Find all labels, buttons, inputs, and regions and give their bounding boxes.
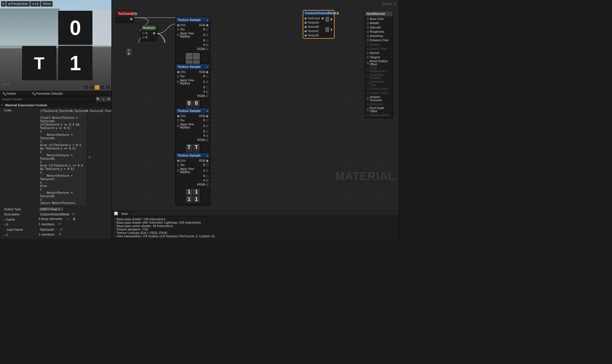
lock-icon: 🔒 [336,12,339,14]
show-button[interactable]: Show [41,1,53,7]
vp-option-4[interactable] [100,85,105,90]
output-pin-label: Emissive Color [370,39,389,42]
description-input[interactable]: CustomTextureBlend [39,212,70,217]
output-pin-label: Subsurface Color [370,80,391,86]
code-textarea[interactable]: //TexCoord,TextureA,TextureB,TextureC,Te… [39,108,87,206]
param-defaults-tab[interactable]: 🔧Parameter Defaults [30,91,65,96]
vp-option-2[interactable] [89,85,94,90]
vp-option-3[interactable] [95,85,99,90]
custom-preview: 01 [325,17,333,37]
lit-button[interactable]: ● Lit [30,1,40,7]
output-pin-label: Shading Model [370,114,389,117]
stats-tab[interactable]: 📊 Stats [112,211,130,216]
filter-icon[interactable]: ≡ [101,97,106,101]
stats-line: Texture samplers: 7/16 [115,228,396,231]
output-type-dropdown[interactable]: CMOT Float 3 [39,207,64,211]
zoom-label: Zoom -1 [382,2,396,6]
cube-0: 0 [58,11,92,45]
input-name-label: Input Name [0,238,39,239]
input-name-label: Input Name [0,227,39,232]
details-panel: ▾Material Expression Custom Code //TexCo… [0,102,111,239]
reset-icon[interactable]: ↺ [60,238,62,239]
stats-line: Base pass shader with Volumetric Lightma… [115,221,396,224]
inputs-count: 5 Array elements [39,217,62,221]
output-pin-label: World Displacement [370,66,391,73]
chevron-down-icon[interactable]: ▾ [136,13,138,15]
output-pin-label: Ambient Occlusion [370,95,391,102]
search-input[interactable] [1,97,96,102]
material-watermark: MATERIAL [336,170,395,182]
texture-sample-node-0[interactable]: Texture Sample▴ UVsRGB TexR Apply View M… [176,17,210,70]
stats-line: Texture Lookups (Est.): VS(0), PS(4) [115,231,396,234]
inputs-label: ▾Inputs [0,217,39,222]
output-pin-label: Opacity Mask [370,47,387,50]
perspective-button[interactable]: ◆ Perspective [6,1,30,7]
output-pin-label: World Position Offset [370,60,391,66]
cube-1: 1 [58,46,92,80]
output-pin-label: Custom Data 1 [370,91,389,95]
custom-texture-blend-node[interactable]: CustomTextureBlend🔒 TexCoord TextureA Te… [303,10,334,38]
clear-inputs-icon[interactable]: 🗑 [73,217,76,221]
reset-code-icon[interactable]: ↺ [88,155,91,159]
output-type-label: Output Type [0,207,39,211]
texture-sample-node-3[interactable]: Texture Sample▴ UVsRGB TexR Apply View M… [176,153,210,205]
input-name-field[interactable]: TexCoord [39,227,59,232]
stats-icon: 📊 [114,212,118,215]
constant-node[interactable]: 2▾ [125,48,133,56]
output-pin-label: Anisotropy [370,34,383,38]
output-pin-label: Tessellation Multiplier [370,73,391,80]
eye-icon[interactable]: 👁 [106,97,111,101]
viewport-menu-dropdown[interactable]: ▾ [1,1,6,7]
search-icon[interactable]: 🔍 [96,97,101,101]
output-pin-label: Pixel Depth Offset [370,107,391,113]
reset-desc-icon[interactable]: ↺ [72,213,74,216]
axis-gizmo: zy—x [3,79,9,86]
output-pin-label: Roughness [370,30,384,33]
right-dock-sliver[interactable] [399,0,401,239]
stats-panel: 📊 Stats Base pass shader: 130 instructio… [112,211,399,239]
output-pin-label: Normal [370,51,379,55]
params-icon: 🔧 [32,92,35,95]
material-output-node[interactable]: NewMaterial Base ColorMetallicSpecularRo… [365,11,393,118]
vp-option-5[interactable] [105,85,110,90]
output-pin-label: Base Color [370,17,384,20]
texcoord-node[interactable]: TexCoord[0]▾ [116,11,134,22]
vp-option-1[interactable] [84,85,89,90]
code-label: Code [0,108,39,113]
viewport-scene: 0 1 T zy—x [0,0,111,91]
reset-icon[interactable]: ↺ [60,228,62,232]
stats-line: Base pass shader: 130 instructions [115,217,396,221]
stats-line: User interpolators: 2/4 Scalars (1/4 Vec… [115,234,396,238]
output-pin-label: Refraction [370,103,383,106]
multiply-node[interactable]: Multiply▾ A B [141,25,157,40]
stats-line: Base pass vertex shader: 49 instructions [115,224,396,228]
details-tab[interactable]: 🔧Details [0,91,18,96]
cube-t: T [22,46,56,80]
output-pin-label: Specular [370,26,381,29]
add-input-icon[interactable]: ＋ [66,217,70,221]
graph-canvas[interactable]: Zoom -1 MATERIAL TexCoord[0]▾ [112,0,399,211]
output-pin-label: Opacity [370,43,379,46]
details-icon: 🔧 [2,92,5,95]
output-pin-label: Tangent [370,56,380,59]
reset-icon[interactable]: ↺ [58,222,61,226]
reset-icon[interactable]: ↺ [58,232,61,236]
output-pin-label: Metallic [370,22,379,25]
section-material-expression-custom[interactable]: ▾Material Expression Custom [0,102,111,108]
input-name-field[interactable]: TextureA [39,238,59,239]
description-label: Description [0,212,39,217]
viewport[interactable]: 0 1 T zy—x ▾ ◆ Perspective ● Lit Show [0,0,111,91]
output-pin-label: Custom Data 0 [370,87,389,90]
